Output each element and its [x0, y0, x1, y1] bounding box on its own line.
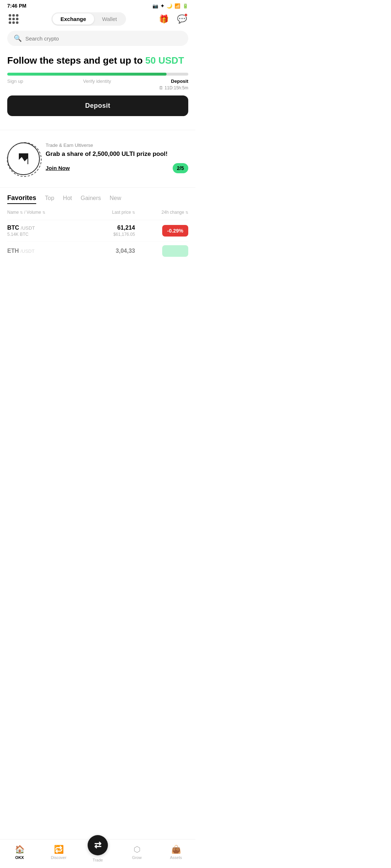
coin-change-eth — [135, 245, 188, 257]
tab-gainers[interactable]: Gainers — [81, 195, 101, 203]
promo-content: Trade & Earn Ultiverse Grab a share of 2… — [46, 142, 188, 173]
gift-button[interactable]: 🎁 — [157, 13, 170, 26]
tab-top[interactable]: Top — [45, 195, 54, 203]
status-time: 7:46 PM — [7, 3, 26, 9]
coin-volume-btc: 5.14K BTC — [7, 232, 82, 237]
coin-name-eth: ETH /USDT — [7, 248, 82, 254]
coin-price-btc: 61,214 $61,176.05 — [82, 225, 135, 237]
bottom-spacer — [0, 261, 196, 297]
header-name: Name ⇅ / Volume ⇅ — [7, 210, 82, 215]
promo-title: Follow the steps and get up to 50 USDT — [7, 55, 188, 67]
promo-actions: Join Now 2/5 — [46, 163, 188, 173]
promo-highlight: 50 USDT — [145, 55, 184, 66]
promo-card: Trade & Earn Ultiverse Grab a share of 2… — [0, 137, 196, 181]
message-button[interactable]: 💬 — [175, 13, 188, 26]
exchange-tab[interactable]: Exchange — [52, 13, 94, 25]
coin-info-btc: BTC /USDT 5.14K BTC — [7, 225, 82, 237]
search-bar[interactable]: 🔍 — [7, 31, 188, 46]
progress-steps: Sign up Verify identity Deposit — [7, 78, 188, 84]
step-verify: Verify identity — [83, 78, 111, 84]
promo-description: Grab a share of 2,500,000 ULTI prize poo… — [46, 150, 188, 158]
exchange-wallet-tabs: Exchange Wallet — [51, 12, 126, 26]
coin-pair-btc: /USDT — [21, 225, 35, 231]
promo-logo — [7, 142, 40, 175]
signal-icon: 📶 — [175, 3, 180, 9]
promo-section: Follow the steps and get up to 50 USDT S… — [0, 51, 196, 123]
promo-logo-ring — [7, 142, 42, 177]
grid-menu-button[interactable] — [7, 13, 20, 26]
divider-2 — [0, 187, 196, 188]
coin-pair-eth: /USDT — [20, 248, 34, 254]
promo-subtitle: Trade & Earn Ultiverse — [46, 142, 188, 148]
divider-1 — [0, 130, 196, 130]
table-row[interactable]: BTC /USDT 5.14K BTC 61,214 $61,176.05 -0… — [7, 220, 188, 241]
coin-price-eth: 3,04,33 — [82, 248, 135, 254]
bluetooth-icon: ✦ — [160, 3, 164, 9]
coin-change-btc: -0.29% — [135, 225, 188, 237]
tab-hot[interactable]: Hot — [63, 195, 72, 203]
deposit-button[interactable]: Deposit — [7, 95, 188, 116]
header-change: 24h change ⇅ — [135, 210, 188, 215]
coin-name-btc: BTC /USDT — [7, 225, 82, 231]
video-icon: 📷 — [152, 3, 158, 9]
coin-info-eth: ETH /USDT — [7, 248, 82, 254]
market-tabs: Favorites Top Hot Gainers New — [7, 194, 188, 204]
tab-favorites[interactable]: Favorites — [7, 194, 36, 204]
nav-action-icons: 🎁 💬 — [157, 13, 188, 26]
status-icons: 📷 ✦ 🌙 📶 🔋 — [152, 3, 188, 9]
join-now-link[interactable]: Join Now — [46, 165, 70, 171]
nav-bar: Exchange Wallet 🎁 💬 — [0, 10, 196, 29]
moon-icon: 🌙 — [167, 3, 172, 9]
tab-new[interactable]: New — [110, 195, 121, 203]
sort-change-icon: ⇅ — [185, 210, 188, 214]
sort-volume-icon: ⇅ — [42, 210, 45, 214]
table-header: Name ⇅ / Volume ⇅ Last price ⇅ 24h chang… — [7, 208, 188, 216]
page-indicator: 2/5 — [173, 163, 188, 173]
sort-price-icon: ⇅ — [132, 210, 135, 214]
progress-bar-container — [7, 73, 188, 76]
market-section: Favorites Top Hot Gainers New Name ⇅ / V… — [0, 194, 196, 261]
progress-timer: 🗓 11D:15h:5m — [7, 85, 188, 90]
message-badge — [184, 13, 188, 17]
search-input[interactable] — [25, 35, 182, 42]
wallet-tab[interactable]: Wallet — [94, 13, 125, 25]
header-price: Last price ⇅ — [82, 210, 135, 215]
search-icon: 🔍 — [14, 34, 22, 42]
step-deposit: Deposit — [171, 78, 188, 84]
table-row[interactable]: ETH /USDT 3,04,33 — [7, 241, 188, 261]
sort-name-icon: ⇅ — [20, 210, 23, 214]
gift-icon: 🎁 — [159, 14, 169, 24]
status-bar: 7:46 PM 📷 ✦ 🌙 📶 🔋 — [0, 0, 196, 10]
battery-icon: 🔋 — [182, 3, 188, 9]
step-signup: Sign up — [7, 78, 23, 84]
progress-bar-fill — [7, 73, 167, 76]
